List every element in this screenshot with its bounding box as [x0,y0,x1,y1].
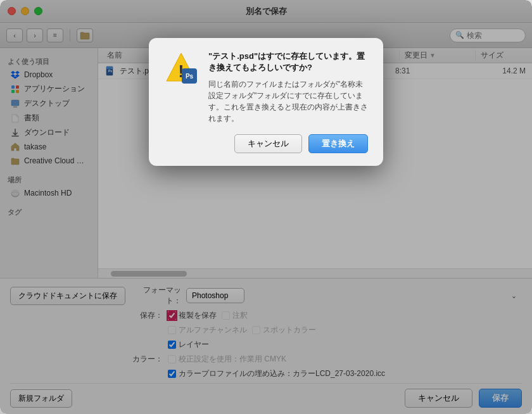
alert-text-content: "テスト.psd"はすでに存在しています。置き換えてもよろしいですか? 同じ名前… [208,51,368,124]
main-window: 別名で保存 ‹ › ≡ 🔍 よく使う項目 [0,0,532,414]
alert-replace-button[interactable]: 置き換え [308,134,368,153]
alert-title: "テスト.psd"はすでに存在しています。置き換えてもよろしいですか? [208,51,368,73]
alert-message: 同じ名前のファイルまたはフォルダが"名称未設定フォルダ"フォルダにすでに存在して… [208,78,368,124]
alert-content: ! Ps "テスト.psd"はすでに存在しています。置き換えてもよろしいですか?… [164,51,368,124]
alert-buttons: キャンセル 置き換え [164,134,368,153]
alert-dialog: ! Ps "テスト.psd"はすでに存在しています。置き換えてもよろしいですか?… [149,38,383,166]
alert-overlay: ! Ps "テスト.psd"はすでに存在しています。置き換えてもよろしいですか?… [0,0,532,414]
alert-cancel-button[interactable]: キャンセル [234,134,302,153]
svg-text:Ps: Ps [186,73,194,80]
alert-icon: ! Ps [164,51,198,85]
